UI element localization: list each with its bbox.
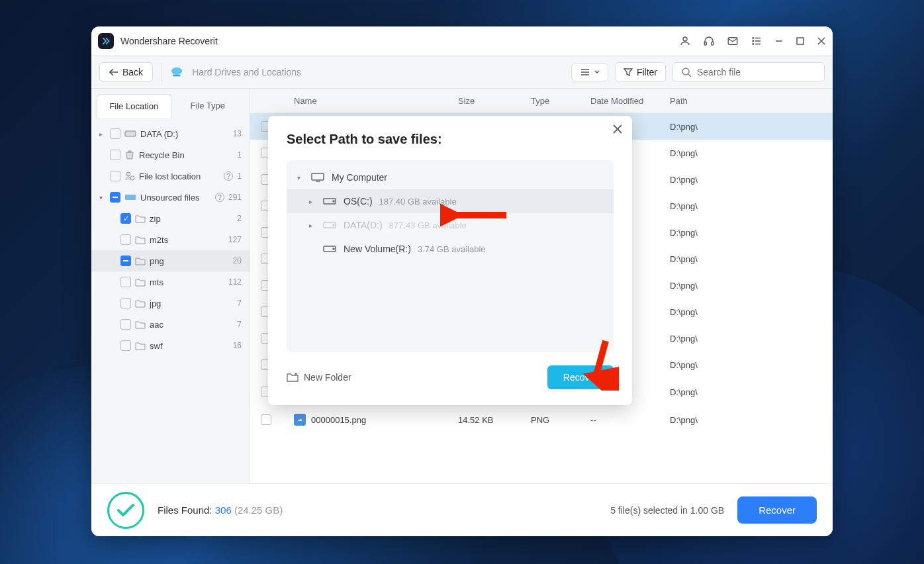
recover-button[interactable]: Recover <box>737 496 817 524</box>
cell-path: D:\png\ <box>670 334 822 344</box>
menu-icon[interactable] <box>751 35 762 47</box>
drive-available: 877.43 GB available <box>389 220 467 230</box>
expand-icon[interactable]: ▸ <box>309 198 316 205</box>
location-breadcrumb[interactable]: Hard Drives and Locations <box>192 67 563 77</box>
drive-os-c[interactable]: ▸ OS(C:) 187.40 GB available <box>287 189 614 213</box>
user-icon[interactable] <box>679 35 691 47</box>
tree-label: swf <box>150 341 229 351</box>
cell-size: 14.52 KB <box>458 415 531 425</box>
cell-path: D:\png\ <box>670 387 822 397</box>
help-icon[interactable]: ? <box>215 193 224 202</box>
close-button[interactable] <box>817 36 826 46</box>
filter-icon <box>624 68 633 77</box>
expand-icon[interactable]: ▸ <box>99 130 106 138</box>
filter-button[interactable]: Filter <box>615 62 666 82</box>
svg-point-34 <box>333 224 334 226</box>
checkbox-partial[interactable] <box>110 192 120 203</box>
expand-icon[interactable]: ▾ <box>297 174 304 181</box>
tree-item-file-lost[interactable]: File lost location ? 1 <box>91 165 250 187</box>
checkbox[interactable] <box>120 319 131 330</box>
back-button[interactable]: Back <box>99 62 153 82</box>
tree-item-swf[interactable]: swf 16 <box>91 335 250 356</box>
tree-item-aac[interactable]: aac 7 <box>91 314 250 335</box>
selected-text: 5 file(s) selected in 1.00 GB <box>610 505 724 516</box>
headset-icon[interactable] <box>703 35 715 47</box>
drive-data-d: ▸ DATA(D:) 877.43 GB available <box>287 213 614 237</box>
tree-label: mts <box>150 277 224 287</box>
tab-file-location[interactable]: File Location <box>97 94 171 118</box>
col-date[interactable]: Date Modified <box>590 96 670 106</box>
search-box[interactable] <box>672 62 825 82</box>
drive-name: My Computer <box>332 172 387 183</box>
folder-icon <box>135 256 146 265</box>
cell-path: D:\png\ <box>670 281 822 291</box>
col-type[interactable]: Type <box>531 96 590 106</box>
search-input[interactable] <box>697 67 816 77</box>
svg-point-32 <box>333 201 334 202</box>
modal-recover-button[interactable]: Recover <box>547 365 614 389</box>
checkbox[interactable] <box>120 234 131 245</box>
cell-path: D:\png\ <box>670 415 822 425</box>
modal-title: Select Path to save files: <box>287 132 614 147</box>
footer: Files Found: 306 (24.25 GB) 5 file(s) se… <box>91 483 833 536</box>
tree-item-data-d[interactable]: ▸ DATA (D:) 13 <box>91 123 250 144</box>
col-name[interactable]: Name <box>281 96 458 106</box>
new-folder-button[interactable]: New Folder <box>287 372 351 383</box>
drive-my-computer[interactable]: ▾ My Computer <box>287 165 614 189</box>
chevron-down-icon <box>594 70 600 74</box>
minimize-button[interactable] <box>774 36 784 46</box>
checkbox-partial[interactable] <box>120 256 131 266</box>
tree-item-jpg[interactable]: jpg 7 <box>91 293 250 314</box>
found-size: (24.25 GB) <box>234 504 283 516</box>
tree-label: DATA (D:) <box>140 129 229 139</box>
tree-item-unsourced[interactable]: ▾ Unsourced files ? 291 <box>91 187 250 208</box>
cell-path: D:\png\ <box>670 360 822 370</box>
checkbox[interactable] <box>110 171 120 181</box>
drive-name: OS(C:) <box>344 196 373 207</box>
drive-location-icon <box>169 66 184 78</box>
maximize-button[interactable] <box>796 36 805 46</box>
modal-footer: New Folder Recover <box>287 365 614 389</box>
image-file-icon <box>294 414 306 426</box>
svg-point-4 <box>753 37 754 38</box>
modal-close-button[interactable] <box>612 124 623 134</box>
drive-icon <box>124 129 136 138</box>
expand-icon[interactable]: ▾ <box>99 194 106 201</box>
files-found-text: Files Found: 306 (24.25 GB) <box>158 504 597 516</box>
tree-item-mts[interactable]: mts 112 <box>91 271 250 293</box>
checkbox[interactable] <box>120 277 131 287</box>
checkbox[interactable] <box>110 150 120 160</box>
trash-icon <box>124 150 135 160</box>
help-icon[interactable]: ? <box>224 171 233 181</box>
found-count: 306 <box>215 504 232 516</box>
row-checkbox[interactable] <box>261 414 271 425</box>
checkbox-checked[interactable]: ✓ <box>120 213 131 224</box>
checkbox[interactable] <box>120 298 131 308</box>
drive-icon <box>322 196 337 207</box>
tree-item-png[interactable]: png 20 <box>91 250 250 271</box>
drive-new-volume-r[interactable]: ▸ New Volume(R:) 3.74 GB available <box>287 237 614 261</box>
svg-rect-11 <box>797 38 804 44</box>
toolbar: Back Hard Drives and Locations Filter <box>91 56 833 89</box>
checkbox[interactable] <box>110 128 120 139</box>
col-size[interactable]: Size <box>458 96 531 106</box>
tree-item-recycle-bin[interactable]: Recycle Bin 1 <box>91 144 250 165</box>
col-path[interactable]: Path <box>670 96 822 106</box>
tree-count: 127 <box>228 235 242 244</box>
tree-label: Recycle Bin <box>139 150 233 160</box>
mail-icon[interactable] <box>727 35 739 47</box>
checkbox[interactable] <box>120 340 131 351</box>
select-all-checkbox[interactable] <box>261 95 271 106</box>
tree-item-m2ts[interactable]: m2ts 127 <box>91 229 250 250</box>
view-mode-button[interactable] <box>571 63 608 81</box>
svg-rect-15 <box>173 74 181 76</box>
list-icon <box>580 68 590 77</box>
cell-path: D:\png\ <box>670 122 822 132</box>
svg-point-36 <box>333 248 334 250</box>
tree-label: m2ts <box>150 235 224 245</box>
table-row[interactable]: 00000015.png14.52 KBPNG--D:\png\ <box>250 406 833 434</box>
drive-list: ▾ My Computer ▸ OS(C:) 187.40 GB availab… <box>287 160 614 352</box>
tree-item-zip[interactable]: ✓ zip 2 <box>91 208 250 229</box>
tab-file-type[interactable]: File Type <box>171 94 245 118</box>
tree-label: Unsourced files <box>140 193 210 203</box>
